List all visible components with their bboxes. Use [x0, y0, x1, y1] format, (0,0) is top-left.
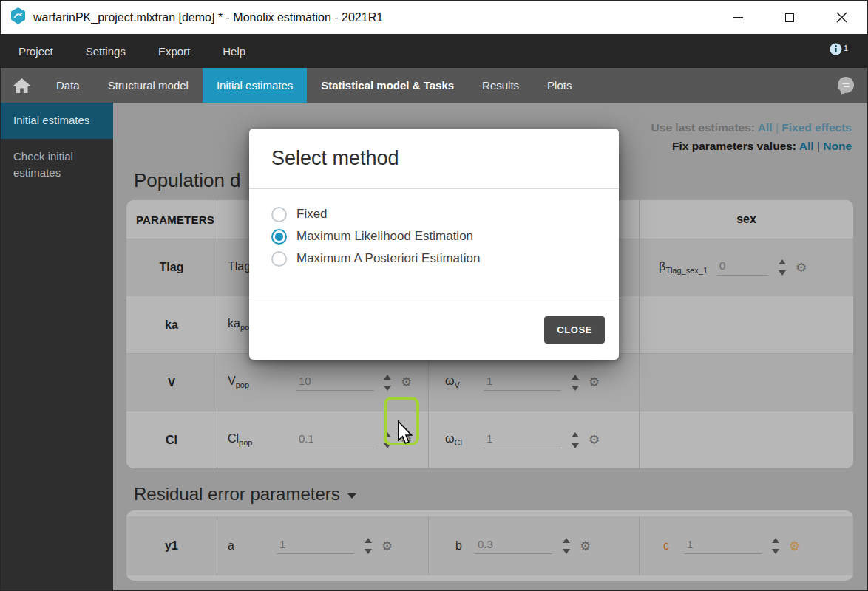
tab-statistical-model-tasks[interactable]: Statistical model & Tasks [307, 68, 468, 103]
use-last-all-link[interactable]: All [758, 121, 773, 134]
notification-count: 1 [844, 44, 848, 52]
population-heading: Population d [134, 169, 241, 192]
menu-bar: Project Settings Export Help 1 [1, 34, 867, 68]
b-label: b [429, 539, 475, 553]
param-name-ka: ka [126, 296, 217, 353]
home-icon [13, 78, 30, 93]
residual-a-cell: a 1 ⚙ [217, 516, 428, 575]
dialog-title: Select method [249, 129, 619, 189]
omega-cl-stepper[interactable] [572, 432, 579, 448]
radio-unselected-icon[interactable] [271, 207, 287, 222]
dialog-footer: CLOSE [249, 298, 619, 360]
tab-results[interactable]: Results [468, 68, 533, 103]
tab-data[interactable]: Data [42, 68, 94, 103]
omega-cl-input[interactable]: 1 [484, 432, 561, 448]
close-dialog-button[interactable]: CLOSE [544, 316, 605, 344]
tab-plots[interactable]: Plots [533, 68, 586, 103]
menu-project[interactable]: Project [18, 45, 53, 58]
radio-unselected-icon[interactable] [271, 251, 287, 267]
param-name-y1: y1 [126, 516, 217, 575]
sidebar: Initial estimates Check initial estimate… [1, 103, 113, 591]
notifications-button[interactable]: 1 [830, 43, 848, 55]
tab-home[interactable] [1, 68, 42, 103]
monolix-logo-icon [10, 7, 26, 27]
residual-heading: Residual error parameters [134, 484, 356, 505]
beta-tlag-sex-cell: βTlag_sex_1 0 ⚙ [639, 239, 853, 296]
quick-links: Use last estimates: All | Fixed effects … [651, 119, 852, 156]
chat-bubble-icon [836, 76, 855, 95]
use-last-fixed-effects-link[interactable]: Fixed effects [781, 121, 852, 134]
column-header-sex: sex [639, 200, 853, 239]
method-option-fixed[interactable]: Fixed [271, 206, 597, 222]
monolix-window: warfarinPK_project.mlxtran [demo] * - Mo… [0, 0, 868, 591]
param-name-tlag: Tlag [126, 239, 217, 296]
fix-parameters-row: Fix parameters values: All | None [651, 137, 852, 156]
beta-tlag-sex-label: βTlag_sex_1 [659, 260, 716, 275]
minimize-icon [733, 17, 743, 18]
v-pop-gear-icon[interactable]: ⚙ [401, 376, 412, 389]
use-last-estimates-row: Use last estimates: All | Fixed effects [651, 119, 852, 137]
b-input[interactable]: 0.3 [475, 538, 552, 554]
residual-c-cell: c 1 ⚙ [639, 516, 853, 575]
omega-v-cell: ωV 1 ⚙ [428, 353, 639, 411]
omega-cl-gear-icon[interactable]: ⚙ [589, 434, 600, 446]
a-input[interactable]: 1 [277, 538, 354, 554]
v-pop-input[interactable]: 10 [296, 375, 373, 391]
mouse-cursor [396, 420, 413, 445]
select-method-dialog: Select method Fixed Maximum Likelihood E… [249, 129, 619, 360]
title-bar: warfarinPK_project.mlxtran [demo] * - Mo… [1, 1, 867, 34]
menu-settings[interactable]: Settings [86, 45, 126, 58]
info-icon [830, 43, 842, 55]
tab-initial-estimates[interactable]: Initial estimates [203, 68, 307, 103]
param-name-cl: Cl [126, 411, 217, 468]
b-stepper[interactable] [563, 538, 570, 554]
param-name-v: V [126, 353, 217, 411]
column-header-parameters: PARAMETERS [126, 200, 217, 239]
b-gear-icon[interactable]: ⚙ [580, 540, 591, 553]
window-title: warfarinPK_project.mlxtran [demo] * - Mo… [33, 11, 383, 24]
residual-error-table: y1 a 1 ⚙ b 0.3 ⚙ c 1 [126, 510, 853, 581]
beta-tlag-sex-stepper[interactable] [779, 259, 786, 276]
maximize-icon [785, 13, 794, 22]
collapse-caret-icon[interactable] [347, 493, 356, 499]
sidebar-item-initial-estimates[interactable]: Initial estimates [1, 103, 113, 139]
c-input[interactable]: 1 [684, 538, 762, 554]
minimize-button[interactable] [712, 1, 764, 34]
a-label: a [217, 539, 277, 553]
cl-pop-input[interactable]: 0.1 [296, 432, 373, 448]
tab-bar: Data Structural model Initial estimates … [1, 68, 867, 103]
c-label: c [640, 539, 684, 553]
method-option-map[interactable]: Maximum A Posteriori Estimation [271, 250, 597, 267]
menu-export[interactable]: Export [158, 45, 190, 58]
radio-selected-icon[interactable] [271, 229, 287, 245]
a-stepper[interactable] [365, 538, 372, 554]
omega-v-gear-icon[interactable]: ⚙ [589, 376, 600, 389]
c-stepper[interactable] [772, 538, 779, 554]
omega-cl-cell: ωCl 1 ⚙ [428, 411, 639, 468]
tab-structural-model[interactable]: Structural model [94, 68, 203, 103]
beta-tlag-sex-input[interactable]: 0 [716, 259, 768, 276]
fix-parameters-label: Fix parameters values: [672, 140, 796, 152]
omega-v-input[interactable]: 1 [484, 375, 561, 391]
fix-none-link[interactable]: None [823, 140, 852, 152]
close-icon [836, 12, 847, 23]
method-option-mle[interactable]: Maximum Likelihood Estimation [271, 228, 597, 245]
omega-v-stepper[interactable] [572, 375, 579, 391]
menu-help[interactable]: Help [223, 45, 245, 58]
c-gear-icon[interactable]: ⚙ [789, 540, 800, 553]
a-gear-icon[interactable]: ⚙ [382, 540, 393, 553]
feedback-button[interactable] [836, 76, 855, 98]
residual-b-cell: b 0.3 ⚙ [428, 516, 639, 575]
v-pop-stepper[interactable] [384, 375, 391, 391]
fix-all-link[interactable]: All [799, 140, 814, 152]
maximize-button[interactable] [764, 1, 816, 34]
close-window-button[interactable] [816, 1, 867, 34]
beta-tlag-sex-gear-icon[interactable]: ⚙ [796, 262, 807, 274]
sidebar-item-check-initial-estimates[interactable]: Check initial estimates [1, 139, 113, 191]
use-last-estimates-label: Use last estimates: [651, 121, 755, 134]
